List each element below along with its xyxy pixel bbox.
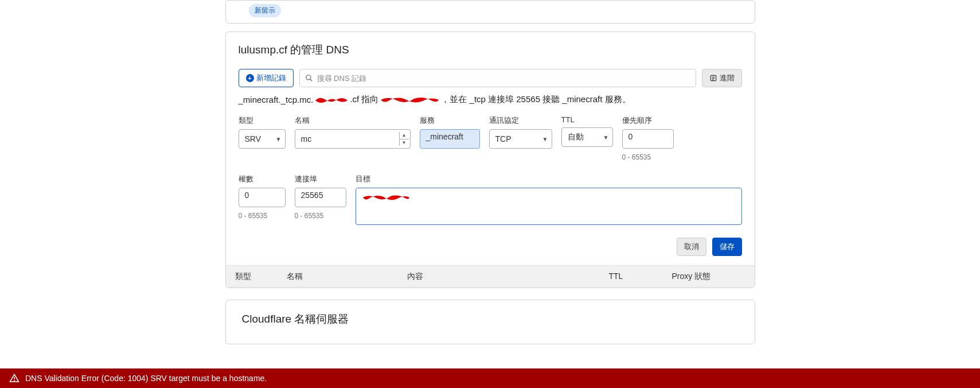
- field-service: 服務 _minecraft: [420, 115, 480, 149]
- advanced-label: 進階: [720, 73, 735, 83]
- add-record-button[interactable]: + 新增記錄: [239, 69, 294, 87]
- label-target: 目標: [356, 174, 742, 184]
- toolbar: + 新增記錄 進階: [239, 69, 742, 87]
- th-proxy: Proxy 狀態: [663, 271, 755, 282]
- add-record-label: 新增記錄: [256, 73, 286, 83]
- label-name: 名稱: [295, 115, 411, 126]
- weight-input[interactable]: 0: [239, 188, 286, 207]
- field-type: 類型 SRV ▼: [239, 115, 286, 149]
- redacted-domain: [314, 95, 349, 105]
- save-button[interactable]: 儲存: [712, 238, 742, 256]
- nameserver-panel: Cloudflare 名稱伺服器: [225, 300, 755, 344]
- field-ttl: TTL 自動 ▼: [561, 115, 613, 147]
- label-service: 服務: [420, 115, 480, 126]
- service-input[interactable]: _minecraft: [420, 129, 480, 149]
- field-protocol: 通訊協定 TCP ▼: [489, 115, 552, 149]
- ttl-select[interactable]: 自動 ▼: [561, 127, 613, 147]
- th-name: 名稱: [278, 271, 398, 282]
- field-priority: 優先順序 0 0 - 65535: [622, 115, 674, 161]
- advanced-button[interactable]: 進階: [702, 69, 742, 87]
- top-panel: 新留示: [225, 0, 755, 24]
- protocol-select[interactable]: TCP ▼: [489, 129, 552, 149]
- svg-point-0: [306, 75, 310, 80]
- th-ttl: TTL: [600, 271, 663, 282]
- plus-icon: +: [246, 74, 254, 82]
- redacted-target-value: [362, 193, 411, 202]
- type-select[interactable]: SRV ▼: [239, 129, 286, 149]
- notice-badge: 新留示: [249, 4, 281, 17]
- field-port: 連接埠 25565 0 - 65535: [295, 174, 346, 220]
- form-row-1: 類型 SRV ▼ 名稱 mc ▲▼ 服務 _minecraft: [239, 115, 742, 161]
- field-name: 名稱 mc ▲▼: [295, 115, 411, 149]
- target-input[interactable]: [356, 188, 742, 225]
- search-wrap: [299, 69, 696, 87]
- label-port: 連接埠: [295, 174, 346, 184]
- th-content: 內容: [398, 271, 600, 282]
- field-weight: 權數 0 0 - 65535: [239, 174, 286, 220]
- chevron-down-icon: ▼: [603, 134, 609, 141]
- label-ttl: TTL: [561, 115, 613, 124]
- priority-hint: 0 - 65535: [622, 153, 674, 161]
- dns-table-header: 類型 名稱 內容 TTL Proxy 狀態: [226, 265, 755, 288]
- port-input[interactable]: 25565: [295, 188, 346, 207]
- search-input[interactable]: [299, 69, 696, 87]
- panel-title: lulusmp.cf 的管理 DNS: [239, 42, 742, 57]
- ns-title: Cloudflare 名稱伺服器: [242, 312, 739, 327]
- label-type: 類型: [239, 115, 286, 126]
- priority-input[interactable]: 0: [622, 129, 674, 149]
- form-actions: 取消 儲存: [239, 238, 742, 256]
- stepper-icon[interactable]: ▲▼: [399, 132, 409, 146]
- svg-line-1: [310, 79, 312, 82]
- chevron-down-icon: ▼: [276, 136, 282, 142]
- redacted-target: [380, 95, 440, 105]
- field-target: 目標: [356, 174, 742, 225]
- name-input[interactable]: mc ▲▼: [295, 129, 411, 149]
- label-protocol: 通訊協定: [489, 115, 552, 126]
- cancel-button[interactable]: 取消: [677, 238, 706, 256]
- chevron-down-icon: ▼: [542, 136, 548, 142]
- form-row-2: 權數 0 0 - 65535 連接埠 25565 0 - 65535 目標: [239, 174, 742, 225]
- label-priority: 優先順序: [622, 115, 674, 126]
- label-weight: 權數: [239, 174, 286, 184]
- weight-hint: 0 - 65535: [239, 212, 286, 220]
- record-summary: _minecraft._tcp.mc. .cf 指向 ，並在 _tcp 連接埠 …: [239, 94, 742, 105]
- search-icon: [305, 74, 313, 82]
- dns-management-panel: lulusmp.cf 的管理 DNS + 新增記錄 進階 _minecraft.…: [225, 32, 755, 288]
- port-hint: 0 - 65535: [295, 212, 346, 220]
- list-icon: [709, 74, 717, 82]
- th-type: 類型: [226, 271, 278, 282]
